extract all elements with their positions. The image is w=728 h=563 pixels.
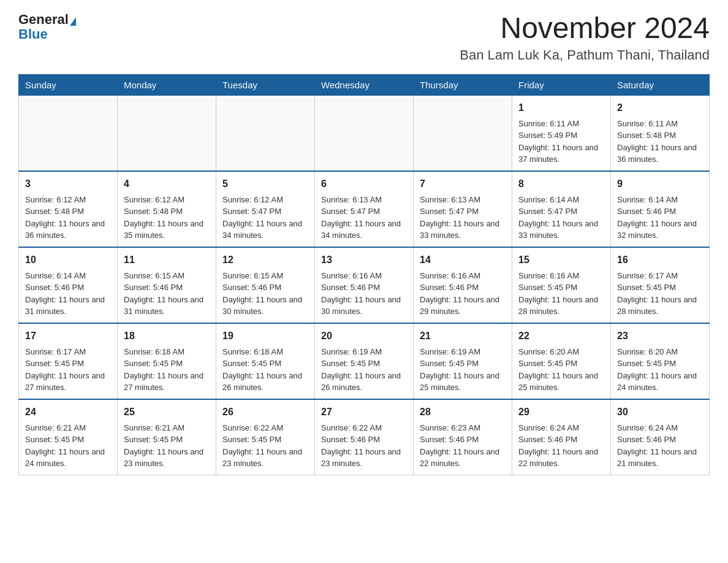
- logo: General Blue: [18, 12, 76, 42]
- day-info: Sunrise: 6:11 AM: [518, 118, 604, 130]
- subtitle: Ban Lam Luk Ka, Pathum Thani, Thailand: [460, 47, 710, 63]
- calendar-cell: [315, 95, 414, 171]
- day-info: Sunset: 5:46 PM: [420, 434, 506, 446]
- calendar-table: SundayMondayTuesdayWednesdayThursdayFrid…: [18, 74, 710, 475]
- day-info: Daylight: 11 hours and 34 minutes.: [222, 218, 308, 242]
- header-day-tuesday: Tuesday: [216, 74, 315, 95]
- day-info: Sunset: 5:48 PM: [124, 205, 210, 218]
- day-info: Sunrise: 6:21 AM: [124, 422, 210, 434]
- day-number: 25: [124, 405, 210, 419]
- day-number: 2: [617, 101, 703, 115]
- day-info: Sunrise: 6:19 AM: [420, 346, 506, 358]
- day-info: Daylight: 11 hours and 23 minutes.: [321, 446, 407, 470]
- day-number: 9: [617, 177, 703, 191]
- day-number: 6: [321, 177, 407, 191]
- day-info: Sunrise: 6:14 AM: [518, 194, 604, 206]
- day-info: Daylight: 11 hours and 28 minutes.: [518, 294, 604, 318]
- calendar-cell: 1Sunrise: 6:11 AMSunset: 5:49 PMDaylight…: [512, 95, 611, 171]
- day-info: Sunrise: 6:21 AM: [25, 422, 111, 434]
- day-info: Daylight: 11 hours and 28 minutes.: [617, 294, 703, 318]
- day-info: Daylight: 11 hours and 21 minutes.: [617, 446, 703, 470]
- day-number: 23: [617, 329, 703, 343]
- day-number: 26: [222, 405, 308, 419]
- day-info: Sunset: 5:45 PM: [222, 434, 308, 446]
- day-info: Daylight: 11 hours and 35 minutes.: [124, 218, 210, 242]
- title-section: November 2024 Ban Lam Luk Ka, Pathum Tha…: [460, 12, 710, 63]
- day-info: Sunset: 5:46 PM: [321, 282, 407, 294]
- header-day-monday: Monday: [118, 74, 216, 95]
- day-info: Daylight: 11 hours and 27 minutes.: [25, 370, 111, 394]
- day-number: 28: [420, 405, 506, 419]
- day-number: 17: [25, 329, 111, 343]
- day-info: Daylight: 11 hours and 22 minutes.: [420, 446, 506, 470]
- day-info: Sunrise: 6:13 AM: [420, 194, 506, 206]
- day-info: Sunset: 5:45 PM: [617, 282, 703, 294]
- day-info: Sunset: 5:45 PM: [420, 358, 506, 370]
- calendar-week-2: 3Sunrise: 6:12 AMSunset: 5:48 PMDaylight…: [19, 171, 710, 247]
- day-info: Daylight: 11 hours and 24 minutes.: [25, 446, 111, 470]
- calendar-cell: 7Sunrise: 6:13 AMSunset: 5:47 PMDaylight…: [414, 171, 512, 247]
- day-number: 3: [25, 177, 111, 191]
- day-info: Sunset: 5:49 PM: [518, 129, 604, 142]
- day-info: Sunset: 5:46 PM: [518, 434, 604, 446]
- header-day-sunday: Sunday: [19, 74, 118, 95]
- day-info: Sunset: 5:46 PM: [617, 205, 703, 218]
- header-day-thursday: Thursday: [414, 74, 512, 95]
- calendar-cell: [118, 95, 216, 171]
- calendar-week-3: 10Sunrise: 6:14 AMSunset: 5:46 PMDayligh…: [19, 247, 710, 323]
- calendar-header: SundayMondayTuesdayWednesdayThursdayFrid…: [19, 74, 710, 95]
- day-info: Sunrise: 6:22 AM: [321, 422, 407, 434]
- day-info: Daylight: 11 hours and 33 minutes.: [518, 218, 604, 242]
- page-header: General Blue November 2024 Ban Lam Luk K…: [18, 12, 710, 63]
- logo-triangle-icon: [70, 17, 76, 26]
- day-number: 27: [321, 405, 407, 419]
- calendar-cell: 27Sunrise: 6:22 AMSunset: 5:46 PMDayligh…: [315, 399, 414, 475]
- calendar-cell: 25Sunrise: 6:21 AMSunset: 5:45 PMDayligh…: [118, 399, 216, 475]
- logo-blue-text: Blue: [18, 26, 48, 42]
- day-info: Sunset: 5:47 PM: [321, 205, 407, 218]
- day-number: 16: [617, 253, 703, 267]
- day-info: Daylight: 11 hours and 23 minutes.: [222, 446, 308, 470]
- day-info: Sunset: 5:46 PM: [617, 434, 703, 446]
- calendar-cell: 12Sunrise: 6:15 AMSunset: 5:46 PMDayligh…: [216, 247, 315, 323]
- calendar-cell: 23Sunrise: 6:20 AMSunset: 5:45 PMDayligh…: [611, 323, 710, 399]
- day-number: 30: [617, 405, 703, 419]
- day-number: 5: [222, 177, 308, 191]
- day-info: Sunrise: 6:13 AM: [321, 194, 407, 206]
- day-number: 13: [321, 253, 407, 267]
- calendar-cell: 22Sunrise: 6:20 AMSunset: 5:45 PMDayligh…: [512, 323, 611, 399]
- day-number: 22: [518, 329, 604, 343]
- day-number: 24: [25, 405, 111, 419]
- day-info: Sunrise: 6:16 AM: [420, 270, 506, 282]
- day-info: Sunset: 5:48 PM: [617, 129, 703, 142]
- day-info: Daylight: 11 hours and 32 minutes.: [617, 218, 703, 242]
- calendar-cell: 2Sunrise: 6:11 AMSunset: 5:48 PMDaylight…: [611, 95, 710, 171]
- day-number: 1: [518, 101, 604, 115]
- calendar-cell: 5Sunrise: 6:12 AMSunset: 5:47 PMDaylight…: [216, 171, 315, 247]
- calendar-cell: 6Sunrise: 6:13 AMSunset: 5:47 PMDaylight…: [315, 171, 414, 247]
- day-info: Daylight: 11 hours and 36 minutes.: [617, 142, 703, 166]
- day-info: Sunset: 5:46 PM: [321, 434, 407, 446]
- day-number: 7: [420, 177, 506, 191]
- calendar-week-4: 17Sunrise: 6:17 AMSunset: 5:45 PMDayligh…: [19, 323, 710, 399]
- day-number: 14: [420, 253, 506, 267]
- day-info: Sunrise: 6:18 AM: [124, 346, 210, 358]
- day-number: 20: [321, 329, 407, 343]
- day-info: Daylight: 11 hours and 29 minutes.: [420, 294, 506, 318]
- day-info: Sunrise: 6:11 AM: [617, 118, 703, 130]
- calendar-cell: [216, 95, 315, 171]
- day-info: Daylight: 11 hours and 33 minutes.: [420, 218, 506, 242]
- day-info: Daylight: 11 hours and 30 minutes.: [222, 294, 308, 318]
- header-day-saturday: Saturday: [611, 74, 710, 95]
- day-info: Sunrise: 6:14 AM: [25, 270, 111, 282]
- day-info: Sunset: 5:45 PM: [321, 358, 407, 370]
- day-info: Daylight: 11 hours and 36 minutes.: [25, 218, 111, 242]
- calendar-cell: 9Sunrise: 6:14 AMSunset: 5:46 PMDaylight…: [611, 171, 710, 247]
- day-info: Daylight: 11 hours and 31 minutes.: [124, 294, 210, 318]
- day-info: Sunrise: 6:20 AM: [617, 346, 703, 358]
- calendar-cell: 28Sunrise: 6:23 AMSunset: 5:46 PMDayligh…: [414, 399, 512, 475]
- day-number: 21: [420, 329, 506, 343]
- calendar-cell: 11Sunrise: 6:15 AMSunset: 5:46 PMDayligh…: [118, 247, 216, 323]
- day-number: 11: [124, 253, 210, 267]
- calendar-cell: 8Sunrise: 6:14 AMSunset: 5:47 PMDaylight…: [512, 171, 611, 247]
